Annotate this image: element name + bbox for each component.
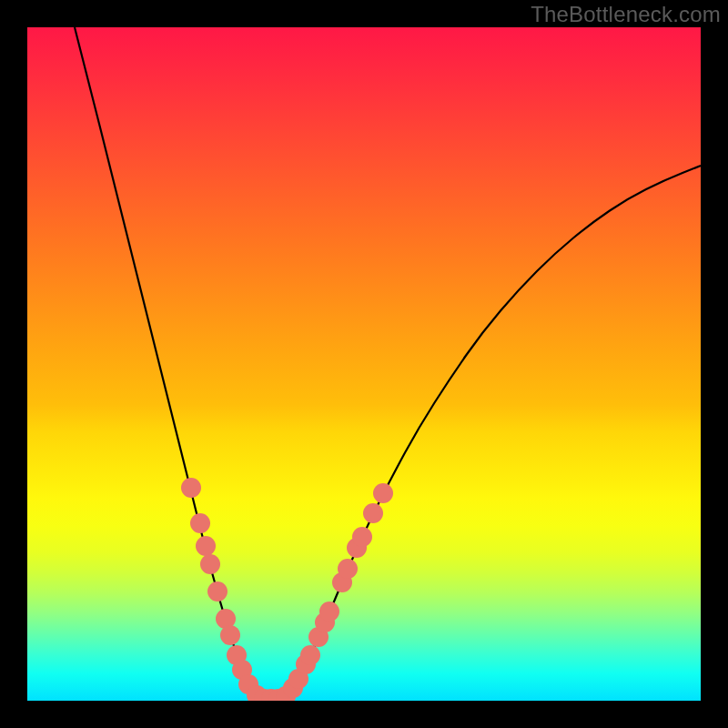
data-dot xyxy=(319,602,339,622)
data-dot xyxy=(200,554,220,574)
watermark-text: TheBottleneck.com xyxy=(531,2,721,27)
data-dot xyxy=(207,581,228,602)
data-dot xyxy=(196,536,216,556)
data-dot xyxy=(352,527,372,547)
data-dot xyxy=(181,478,201,498)
chart-frame: TheBottleneck.com xyxy=(0,0,728,728)
data-dot xyxy=(373,483,393,503)
data-dot xyxy=(220,625,240,645)
data-dot xyxy=(190,513,210,533)
data-dots xyxy=(181,478,393,701)
data-dot xyxy=(338,559,358,579)
data-dot xyxy=(300,645,320,665)
bottleneck-curve xyxy=(75,27,701,700)
chart-svg xyxy=(27,27,701,701)
data-dot xyxy=(363,503,383,523)
plot-area xyxy=(27,27,701,701)
